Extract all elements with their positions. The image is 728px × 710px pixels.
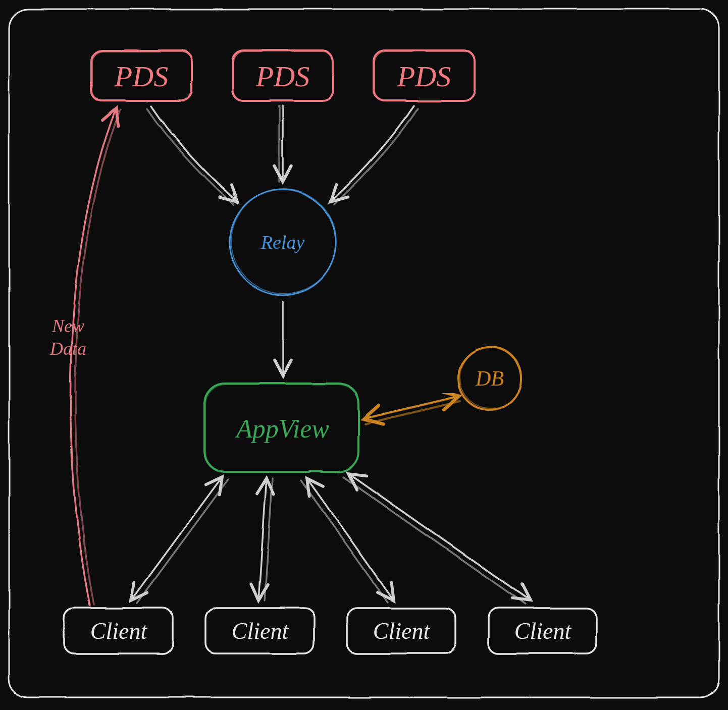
label-client-1: Client: [90, 618, 148, 644]
edge-label-newdata-2: Data: [49, 339, 86, 359]
label-client-4: Client: [514, 618, 572, 644]
label-appview: AppView: [235, 414, 329, 443]
label-db: DB: [475, 367, 504, 390]
label-client-3: Client: [373, 618, 431, 644]
label-pds-2: PDS: [255, 60, 309, 93]
label-pds-1: PDS: [114, 60, 168, 93]
label-pds-3: PDS: [397, 60, 451, 93]
svg-rect-0: [0, 0, 728, 710]
label-relay: Relay: [261, 232, 305, 253]
label-client-2: Client: [232, 618, 289, 644]
edge-label-newdata-1: New: [51, 316, 84, 336]
